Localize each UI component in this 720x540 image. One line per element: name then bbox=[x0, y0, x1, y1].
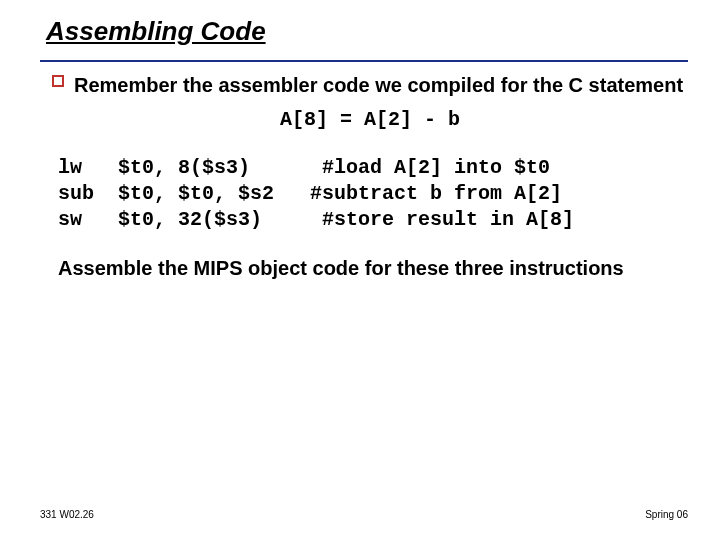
bullet-item: Remember the assembler code we compiled … bbox=[52, 72, 688, 98]
slide: Assembling Code Remember the assembler c… bbox=[0, 0, 720, 540]
slide-title: Assembling Code bbox=[40, 18, 688, 62]
square-bullet-icon bbox=[52, 75, 64, 87]
task-instruction: Assemble the MIPS object code for these … bbox=[58, 255, 688, 281]
slide-body: Remember the assembler code we compiled … bbox=[40, 72, 688, 281]
c-expression: A[8] = A[2] - b bbox=[52, 108, 688, 131]
bullet-text: Remember the assembler code we compiled … bbox=[74, 72, 683, 98]
assembly-code: lw $t0, 8($s3) #load A[2] into $t0 sub $… bbox=[58, 155, 688, 233]
footer-right: Spring 06 bbox=[645, 509, 688, 520]
footer-left: 331 W02.26 bbox=[40, 509, 94, 520]
